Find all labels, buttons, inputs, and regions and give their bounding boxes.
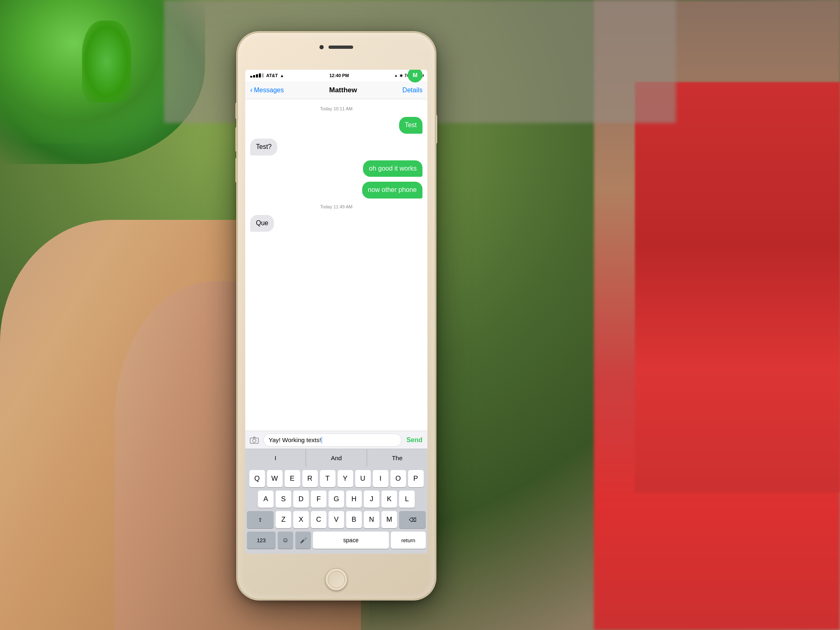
keyboard: Q W E R T Y U I O P A S D F G	[245, 467, 427, 554]
message-input-bar: Yay! Working texts! Send	[245, 431, 427, 449]
home-button-ring	[328, 571, 345, 588]
message-input-field[interactable]: Yay! Working texts!	[263, 434, 402, 447]
signal-bar-1	[250, 76, 252, 78]
key-D[interactable]: D	[293, 491, 309, 508]
autocomplete-bar: I And The	[245, 449, 427, 467]
messages-area: M Today 10:11 AM Test Test? oh good it w…	[245, 99, 427, 431]
key-T[interactable]: T	[320, 470, 336, 487]
key-W[interactable]: W	[267, 470, 283, 487]
svg-point-1	[253, 439, 256, 442]
keyboard-row-2: A S D F G H J K L	[247, 491, 426, 508]
microphone-key[interactable]: 🎤	[295, 532, 311, 549]
signal-strength	[250, 73, 264, 78]
home-button[interactable]	[325, 568, 348, 591]
message-row: Test	[250, 117, 422, 134]
key-C[interactable]: C	[311, 511, 326, 528]
key-J[interactable]: J	[364, 491, 379, 508]
signal-bar-4	[259, 73, 261, 78]
volume-up-button[interactable]	[235, 127, 238, 152]
key-U[interactable]: U	[355, 470, 371, 487]
key-B[interactable]: B	[346, 511, 362, 528]
keyboard-row-1: Q W E R T Y U I O P	[247, 470, 426, 487]
timestamp-2: Today 11:49 AM	[250, 204, 422, 209]
key-M[interactable]: M	[381, 511, 397, 528]
volume-down-button[interactable]	[235, 158, 238, 183]
autocomplete-item-1[interactable]: I	[245, 449, 306, 467]
message-row: Que	[250, 215, 422, 232]
key-N[interactable]: N	[364, 511, 379, 528]
back-chevron-icon: ‹	[250, 86, 253, 94]
navigation-bar: ‹ Messages Matthew Details	[245, 81, 427, 99]
signal-bar-2	[253, 75, 255, 78]
text-cursor	[322, 437, 322, 443]
autocomplete-item-2[interactable]: And	[306, 449, 367, 467]
phone-top-sensors	[320, 45, 353, 49]
back-label: Messages	[254, 87, 284, 94]
phone-device: AT&T ▲ 12:40 PM ▲ ✱ 74%	[238, 33, 435, 599]
numbers-key[interactable]: 123	[247, 532, 276, 549]
nav-title: Matthew	[329, 86, 357, 94]
status-bar: AT&T ▲ 12:40 PM ▲ ✱ 74%	[245, 70, 427, 81]
key-X[interactable]: X	[293, 511, 309, 528]
key-Y[interactable]: Y	[338, 470, 353, 487]
message-bubble-sent-1: Test	[399, 117, 422, 134]
bluetooth-icon: ✱	[399, 73, 403, 78]
message-bubble-received-1: Test?	[250, 139, 277, 155]
shift-key[interactable]: ⇧	[247, 511, 274, 528]
backspace-key[interactable]: ⌫	[399, 511, 426, 528]
time-display: 12:40 PM	[329, 73, 349, 78]
key-P[interactable]: P	[408, 470, 424, 487]
earpiece-speaker	[329, 46, 353, 49]
mute-button[interactable]	[235, 103, 238, 119]
message-row: oh good it works	[250, 160, 422, 177]
message-row: now other phone	[250, 182, 422, 199]
key-F[interactable]: F	[311, 491, 326, 508]
key-Z[interactable]: Z	[276, 511, 291, 528]
space-key[interactable]: space	[313, 532, 389, 549]
key-L[interactable]: L	[399, 491, 415, 508]
key-I[interactable]: I	[373, 470, 388, 487]
message-bubble-sent-2: oh good it works	[363, 160, 422, 177]
bg-red-object	[635, 82, 840, 492]
front-camera	[320, 45, 324, 49]
power-button[interactable]	[435, 115, 437, 144]
key-O[interactable]: O	[390, 470, 406, 487]
phone-screen: AT&T ▲ 12:40 PM ▲ ✱ 74%	[245, 70, 427, 554]
key-A[interactable]: A	[258, 491, 274, 508]
timestamp-1: Today 10:11 AM	[250, 106, 422, 111]
key-E[interactable]: E	[285, 470, 300, 487]
location-icon: ▲	[394, 73, 398, 78]
input-text: Yay! Working texts!	[269, 436, 321, 443]
return-key[interactable]: return	[391, 532, 426, 549]
status-left: AT&T ▲	[250, 73, 284, 78]
camera-button[interactable]	[249, 434, 260, 446]
carrier-label: AT&T	[266, 73, 278, 78]
key-R[interactable]: R	[302, 470, 318, 487]
message-bubble-sent-3: now other phone	[362, 182, 422, 199]
back-button[interactable]: ‹ Messages	[250, 86, 284, 94]
bg-android-body	[82, 21, 131, 103]
message-bubble-received-2: Que	[250, 215, 274, 232]
keyboard-row-4: 123 ☺ 🎤 space return	[247, 532, 426, 549]
signal-bar-5	[262, 73, 264, 78]
autocomplete-item-3[interactable]: The	[367, 449, 427, 467]
key-S[interactable]: S	[276, 491, 291, 508]
message-row: Test?	[250, 139, 422, 155]
emoji-key[interactable]: ☺	[278, 532, 293, 549]
key-V[interactable]: V	[329, 511, 344, 528]
phone-frame: AT&T ▲ 12:40 PM ▲ ✱ 74%	[238, 33, 435, 599]
send-button[interactable]: Send	[405, 436, 424, 444]
key-H[interactable]: H	[346, 491, 362, 508]
signal-bar-3	[256, 74, 258, 78]
key-Q[interactable]: Q	[249, 470, 265, 487]
key-G[interactable]: G	[329, 491, 344, 508]
keyboard-row-3: ⇧ Z X C V B N M ⌫	[247, 511, 426, 528]
key-K[interactable]: K	[381, 491, 397, 508]
wifi-icon: ▲	[280, 73, 284, 78]
details-button[interactable]: Details	[402, 87, 422, 94]
